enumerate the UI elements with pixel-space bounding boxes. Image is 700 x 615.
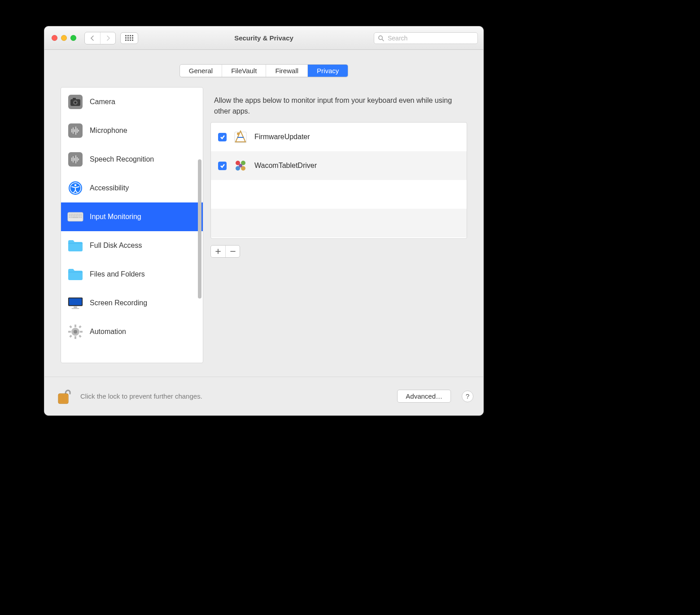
svg-rect-39 <box>73 215 74 216</box>
check-icon <box>220 163 225 168</box>
footer: Click the lock to prevent further change… <box>44 377 483 415</box>
sidebar-item-camera[interactable]: Camera <box>61 88 203 116</box>
tab-privacy[interactable]: Privacy <box>308 65 348 77</box>
keyboard-icon <box>67 209 83 225</box>
svg-rect-60 <box>69 325 72 328</box>
svg-rect-47 <box>72 217 79 218</box>
svg-point-65 <box>237 132 240 135</box>
lock-instruction: Click the lock to prevent further change… <box>80 392 391 400</box>
check-icon <box>220 134 225 140</box>
tab-filevault[interactable]: FileVault <box>222 65 266 77</box>
nav-back-forward <box>84 32 116 44</box>
sidebar-item-label: Screen Recording <box>90 299 147 307</box>
svg-rect-63 <box>69 335 72 338</box>
add-remove-segment <box>210 245 240 258</box>
remove-button[interactable] <box>225 246 240 257</box>
svg-rect-32 <box>74 214 75 215</box>
sidebar-item-microphone[interactable]: Microphone <box>61 116 203 145</box>
app-checkbox[interactable] <box>218 162 227 170</box>
sidebar-item-input-monitoring[interactable]: Input Monitoring <box>61 202 203 231</box>
sidebar-item-label: Full Disk Access <box>90 242 142 250</box>
search-field[interactable] <box>374 32 478 44</box>
svg-rect-61 <box>79 335 81 338</box>
advanced-button[interactable]: Advanced… <box>397 390 451 403</box>
sidebar-item-label: Microphone <box>90 127 127 135</box>
svg-line-1 <box>382 39 384 41</box>
search-input[interactable] <box>387 34 474 42</box>
sidebar-item-files-folders[interactable]: Files and Folders <box>61 260 203 289</box>
lock-button[interactable] <box>54 386 74 407</box>
svg-rect-53 <box>71 308 79 309</box>
forward-button[interactable] <box>100 32 115 44</box>
app-name: FirmwareUpdater <box>254 133 310 141</box>
app-row-empty <box>211 180 467 209</box>
microphone-icon <box>67 123 83 139</box>
svg-rect-42 <box>78 215 79 216</box>
app-row-empty <box>211 209 467 237</box>
svg-rect-16 <box>68 152 83 167</box>
svg-rect-41 <box>76 215 77 216</box>
detail-panel: Allow the apps below to monitor input fr… <box>210 87 467 363</box>
content-area: Camera Microphone Speech Recognition <box>44 87 483 363</box>
plus-icon <box>215 249 221 254</box>
svg-rect-30 <box>70 214 72 215</box>
svg-rect-33 <box>75 214 77 215</box>
lock-open-icon <box>56 387 73 406</box>
folder-icon <box>67 266 83 282</box>
sidebar-item-label: Automation <box>90 328 126 336</box>
svg-rect-31 <box>72 214 74 215</box>
svg-rect-7 <box>68 123 83 138</box>
sidebar-item-label: Input Monitoring <box>90 213 141 221</box>
titlebar: Security & Privacy <box>44 26 483 50</box>
tab-bar: General FileVault Firewall Privacy <box>179 64 349 77</box>
add-button[interactable] <box>211 246 225 257</box>
speech-icon <box>67 151 83 167</box>
app-checkbox[interactable] <box>218 133 227 141</box>
svg-rect-52 <box>74 307 77 308</box>
privacy-category-list: Camera Microphone Speech Recognition <box>61 87 203 363</box>
minimize-window-button[interactable] <box>61 35 67 41</box>
show-all-button[interactable] <box>120 32 138 44</box>
svg-point-27 <box>74 184 77 186</box>
svg-rect-51 <box>69 299 82 305</box>
sidebar-item-screen-recording[interactable]: Screen Recording <box>61 289 203 317</box>
svg-rect-29 <box>69 214 70 215</box>
svg-rect-34 <box>77 214 79 215</box>
svg-rect-35 <box>79 214 80 215</box>
svg-rect-57 <box>74 336 76 339</box>
camera-icon <box>67 94 83 110</box>
svg-rect-36 <box>80 214 82 215</box>
app-icon <box>233 158 248 173</box>
help-button[interactable]: ? <box>462 391 473 402</box>
app-row[interactable]: WacomTabletDriver <box>211 151 467 180</box>
preferences-window: Security & Privacy General FileVault Fir… <box>44 26 484 416</box>
grid-icon <box>125 35 133 41</box>
zoom-window-button[interactable] <box>70 35 76 41</box>
back-button[interactable] <box>85 32 100 44</box>
app-row[interactable]: FirmwareUpdater <box>211 123 467 151</box>
sidebar-scrollbar[interactable] <box>198 159 201 299</box>
svg-rect-45 <box>69 217 70 218</box>
tab-general[interactable]: General <box>180 65 222 77</box>
accessibility-icon <box>67 180 83 196</box>
svg-rect-44 <box>81 215 82 216</box>
sidebar-item-accessibility[interactable]: Accessibility <box>61 174 203 202</box>
app-permission-list: FirmwareUpdater WacomTabletDriver <box>210 122 467 239</box>
window-controls <box>52 35 76 41</box>
svg-rect-48 <box>79 217 80 218</box>
tab-firewall[interactable]: Firewall <box>266 65 308 77</box>
tab-bar-wrap: General FileVault Firewall Privacy <box>44 50 483 87</box>
sidebar-item-label: Camera <box>90 98 115 106</box>
svg-rect-46 <box>70 217 72 218</box>
minus-icon <box>230 249 236 254</box>
sidebar-item-full-disk[interactable]: Full Disk Access <box>61 231 203 260</box>
svg-rect-59 <box>80 331 83 333</box>
close-window-button[interactable] <box>52 35 57 41</box>
sidebar-item-label: Files and Folders <box>90 270 145 278</box>
display-icon <box>67 295 83 311</box>
svg-point-55 <box>74 330 77 334</box>
sidebar-item-automation[interactable]: Automation <box>61 317 203 346</box>
svg-rect-43 <box>79 215 80 216</box>
app-icon <box>233 129 248 145</box>
sidebar-item-speech[interactable]: Speech Recognition <box>61 145 203 174</box>
